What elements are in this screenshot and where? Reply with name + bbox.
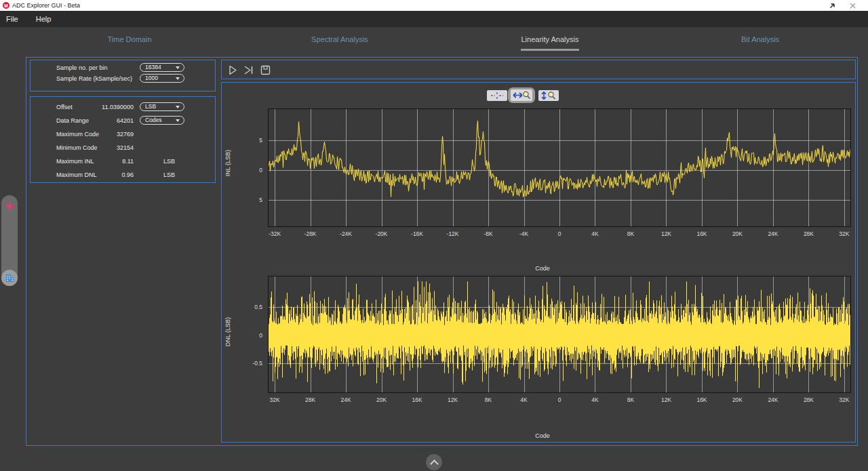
dnl-chart-canvas[interactable] — [268, 276, 851, 393]
sample-rate-dropdown[interactable]: 1000 — [140, 74, 184, 83]
dropdown-value: 1000 — [145, 75, 158, 81]
x-tick-label: 4K — [513, 396, 535, 403]
svg-text:M: M — [4, 3, 8, 8]
sample-no-label: Sample no. per bin — [56, 64, 108, 71]
stat-maxdnl-value: 0.96 — [74, 171, 134, 178]
sample-controls-box: Sample no. per bin 16384 Sample Rate (kS… — [30, 60, 216, 91]
x-tick-label: 20K — [371, 396, 393, 403]
chevron-down-icon — [176, 106, 180, 108]
tab-time-domain[interactable]: Time Domain — [24, 27, 235, 52]
close-icon[interactable] — [848, 1, 857, 10]
tab-selected-underline — [521, 49, 579, 51]
dnl-x-axis-label: Code — [522, 432, 563, 439]
x-tick-label: 16K — [406, 396, 428, 403]
x-tick-label: 28K — [300, 396, 321, 403]
x-tick-label: 28K — [797, 396, 819, 403]
tab-bit-analysis[interactable]: Bit Analysis — [655, 27, 865, 52]
inl-y-axis-label: INL (LSB) — [224, 150, 231, 176]
stat-maxcode-value: 32769 — [74, 131, 134, 138]
dnl-y-axis-label: DNL (LSB) — [224, 317, 231, 346]
title-bar: M ADC Explorer GUI - Beta — [0, 0, 868, 11]
y-tick-label: 5 — [239, 197, 262, 203]
y-tick-label: 0 — [239, 167, 262, 173]
x-tick-label: 4K — [584, 230, 606, 237]
zoom-vertical-button[interactable] — [538, 90, 559, 101]
x-tick-label: -12K — [442, 230, 464, 237]
tab-label: Linearity Analysis — [521, 35, 579, 43]
stats-box: Offset 11.0390000 LSB Data Range 64201 C… — [30, 96, 216, 183]
chevron-down-icon — [176, 66, 180, 69]
menu-bar: File Help — [0, 11, 868, 27]
save-icon[interactable] — [260, 64, 271, 76]
y-tick-label: 5 — [239, 137, 262, 144]
stat-maxinl-unit: LSB — [163, 158, 175, 165]
x-tick-label: -16K — [406, 230, 428, 237]
sample-rate-label: Sample Rate (kSample/sec) — [56, 75, 132, 82]
x-tick-label: 20K — [726, 230, 748, 237]
x-tick-label: 24K — [762, 230, 784, 237]
x-tick-label: 0 — [549, 396, 570, 403]
x-tick-label: 16K — [691, 230, 713, 237]
x-tick-label: 4K — [584, 396, 606, 403]
tab-linearity-analysis[interactable]: Linearity Analysis — [445, 27, 655, 52]
x-tick-label: 32K — [264, 396, 285, 403]
x-tick-label: 8K — [620, 230, 642, 237]
x-tick-label: -32K — [264, 230, 285, 237]
dropdown-value: 16384 — [145, 64, 161, 70]
x-tick-label: 0 — [549, 230, 570, 237]
x-tick-label: 24K — [335, 396, 357, 403]
inl-x-axis-label: Code — [522, 265, 563, 272]
zoom-vertical-icon — [540, 91, 557, 100]
dropdown-value: Codes — [145, 117, 162, 123]
menu-help[interactable]: Help — [27, 11, 60, 27]
side-toolbar — [1, 195, 18, 286]
inl-chart-canvas[interactable] — [268, 108, 851, 227]
x-tick-label: -8K — [477, 230, 499, 237]
x-tick-label: 16K — [691, 396, 713, 403]
tab-spectral-analysis[interactable]: Spectral Analysis — [235, 27, 445, 52]
zoom-horizontal-icon — [512, 91, 531, 100]
y-tick-label: 0 — [239, 332, 262, 339]
stat-mincode-value: 32154 — [74, 144, 134, 151]
inl-plot[interactable]: -32K-28K-24K-20K-16K-12K-8K-4K04K8K12K16… — [268, 108, 851, 227]
data-cursor-icon — [490, 91, 505, 100]
x-tick-label: -20K — [371, 230, 393, 237]
stat-offset-value: 11.0390000 — [74, 104, 134, 110]
stat-maxdnl-unit: LSB — [163, 171, 175, 178]
chevron-down-icon — [176, 77, 180, 80]
x-tick-label: 8K — [620, 396, 642, 403]
building-icon — [5, 274, 14, 283]
step-forward-icon[interactable] — [243, 64, 254, 76]
tab-label: Spectral Analysis — [311, 35, 368, 43]
gear-icon[interactable] — [5, 202, 14, 211]
run-toolbar — [221, 60, 856, 79]
y-tick-label: -0.5 — [239, 360, 262, 367]
x-tick-label: 20K — [726, 396, 748, 403]
sample-no-dropdown[interactable]: 16384 — [140, 63, 184, 72]
offset-unit-dropdown[interactable]: LSB — [140, 102, 184, 111]
zoom-horizontal-button[interactable] — [511, 89, 532, 101]
x-tick-label: 24K — [762, 396, 784, 403]
expand-bottom-button[interactable] — [426, 454, 442, 470]
x-tick-label: 32K — [833, 230, 855, 237]
stat-maxinl-value: 8.11 — [74, 158, 134, 165]
x-tick-label: 12K — [442, 396, 464, 403]
report-button[interactable] — [1, 270, 18, 286]
data-cursor-button[interactable] — [487, 90, 507, 101]
chevron-down-icon — [176, 119, 180, 122]
menu-file[interactable]: File — [0, 11, 27, 27]
tab-bar: Time Domain Spectral Analysis Linearity … — [24, 27, 865, 52]
x-tick-label: 32K — [833, 396, 855, 403]
x-tick-label: 28K — [797, 230, 819, 237]
dnl-plot[interactable]: 32K28K24K20K16K12K8K4K04K8K12K16K20K24K2… — [268, 276, 851, 393]
tab-label: Bit Analysis — [741, 35, 779, 43]
x-tick-label: 12K — [655, 396, 677, 403]
x-tick-label: -4K — [513, 230, 535, 237]
x-tick-label: -28K — [300, 230, 321, 237]
x-tick-label: -24K — [335, 230, 357, 237]
x-tick-label: 8K — [477, 396, 499, 403]
restore-icon[interactable] — [827, 1, 837, 10]
range-unit-dropdown[interactable]: Codes — [140, 116, 184, 125]
play-icon[interactable] — [227, 64, 239, 76]
stat-range-value: 64201 — [74, 117, 134, 124]
